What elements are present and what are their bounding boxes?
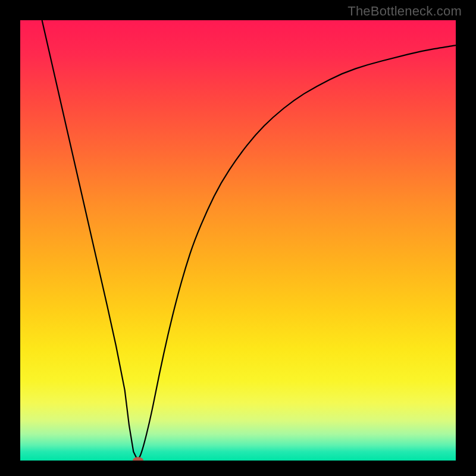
bottleneck-curve [20,20,456,461]
chart-frame: TheBottleneck.com [0,0,476,476]
optimum-marker [133,457,143,461]
plot-area [20,20,456,461]
curve-path [42,20,456,461]
watermark-text: TheBottleneck.com [347,4,462,19]
